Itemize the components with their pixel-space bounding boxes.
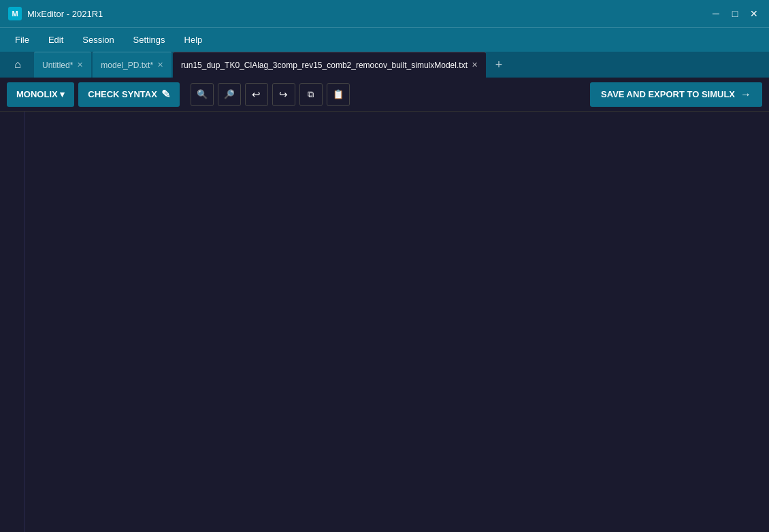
editor-container bbox=[0, 112, 769, 532]
tab-run15[interactable]: run15_dup_TK0_ClAlag_3comp_rev15_comb2_r… bbox=[173, 52, 486, 78]
app-title: MlxEditor - 2021R1 bbox=[27, 9, 709, 19]
menu-session[interactable]: Session bbox=[73, 32, 123, 48]
copy-button[interactable]: ⧉ bbox=[299, 83, 323, 106]
tab-model-pd[interactable]: model_PD.txt* ✕ bbox=[93, 52, 171, 78]
check-syntax-label: CHECK SYNTAX bbox=[88, 89, 157, 99]
save-export-button[interactable]: SAVE AND EXPORT TO SIMULX → bbox=[590, 82, 762, 107]
titlebar: M MlxEditor - 2021R1 ─ □ ✕ bbox=[0, 0, 769, 27]
code-content[interactable] bbox=[24, 112, 769, 532]
tab-model-pd-label: model_PD.txt* bbox=[101, 61, 153, 70]
redo-icon: ↪ bbox=[279, 88, 288, 101]
home-button[interactable]: ⌂ bbox=[5, 52, 30, 78]
tab-run15-close[interactable]: ✕ bbox=[472, 61, 478, 69]
minimize-button[interactable]: ─ bbox=[709, 7, 723, 20]
tabbar: ⌂ Untitled* ✕ model_PD.txt* ✕ run15_dup_… bbox=[0, 52, 769, 78]
undo-icon: ↩ bbox=[252, 88, 261, 101]
code-editor[interactable] bbox=[0, 112, 769, 532]
save-export-label: SAVE AND EXPORT TO SIMULX bbox=[601, 89, 735, 99]
tab-untitled-close[interactable]: ✕ bbox=[77, 61, 83, 69]
redo-button[interactable]: ↪ bbox=[272, 83, 295, 106]
tab-untitled-label: Untitled* bbox=[42, 61, 73, 70]
paste-icon: 📋 bbox=[333, 89, 344, 99]
save-export-icon: → bbox=[740, 88, 751, 101]
restore-button[interactable]: □ bbox=[728, 7, 742, 20]
undo-button[interactable]: ↩ bbox=[245, 83, 268, 106]
check-syntax-icon: ✎ bbox=[161, 88, 170, 101]
monolix-button[interactable]: MONOLIX ▾ bbox=[7, 82, 74, 107]
window-controls: ─ □ ✕ bbox=[709, 7, 761, 20]
menubar: File Edit Session Settings Help bbox=[0, 27, 769, 52]
zoom-in-icon: 🔍 bbox=[197, 89, 208, 99]
zoom-out-icon: 🔍 bbox=[224, 89, 235, 99]
menu-edit[interactable]: Edit bbox=[39, 32, 73, 48]
close-button[interactable]: ✕ bbox=[747, 7, 761, 20]
menu-settings[interactable]: Settings bbox=[124, 32, 175, 48]
menu-file[interactable]: File bbox=[5, 32, 39, 48]
toolbar: MONOLIX ▾ CHECK SYNTAX ✎ 🔍 🔍 ↩ ↪ ⧉ 📋 SAV… bbox=[0, 78, 769, 112]
tab-run15-label: run15_dup_TK0_ClAlag_3comp_rev15_comb2_r… bbox=[181, 61, 468, 70]
check-syntax-button[interactable]: CHECK SYNTAX ✎ bbox=[78, 82, 180, 107]
tab-untitled[interactable]: Untitled* ✕ bbox=[34, 52, 91, 78]
monolix-label: MONOLIX ▾ bbox=[16, 89, 65, 99]
copy-icon: ⧉ bbox=[308, 89, 314, 100]
line-numbers bbox=[0, 112, 24, 532]
add-tab-button[interactable]: + bbox=[489, 52, 509, 78]
tab-model-pd-close[interactable]: ✕ bbox=[157, 61, 163, 69]
paste-button[interactable]: 📋 bbox=[327, 83, 350, 106]
zoom-out-button[interactable]: 🔍 bbox=[218, 83, 241, 106]
app-logo: M bbox=[8, 7, 22, 20]
menu-help[interactable]: Help bbox=[175, 32, 212, 48]
zoom-in-button[interactable]: 🔍 bbox=[191, 83, 214, 106]
